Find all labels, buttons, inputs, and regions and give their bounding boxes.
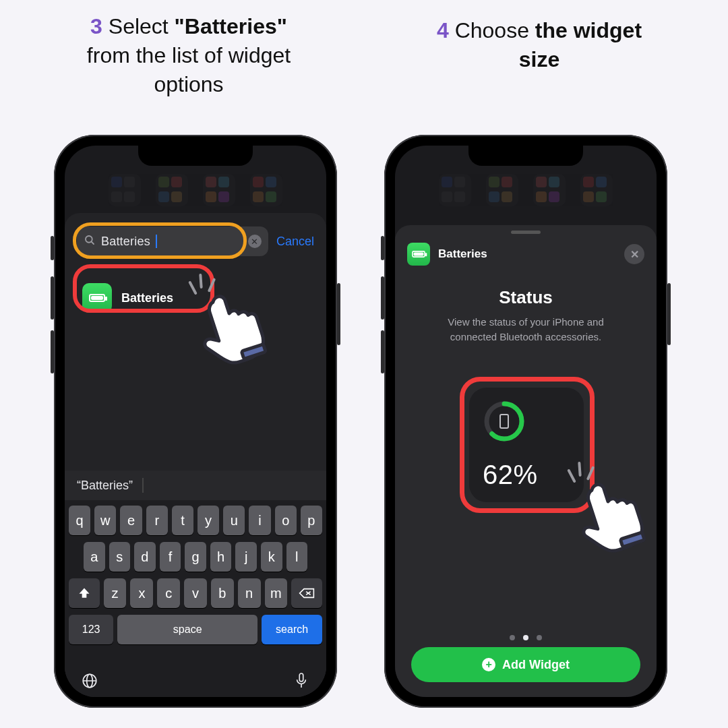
home-screen-icons [65, 174, 326, 214]
search-input[interactable]: Batteries ✕ [77, 226, 268, 256]
text-caret [156, 235, 157, 248]
sheet-grabber[interactable] [511, 231, 541, 234]
search-result-batteries[interactable]: Batteries [77, 276, 314, 320]
page-dot[interactable] [523, 635, 528, 640]
cancel-button[interactable]: Cancel [276, 235, 314, 249]
space-key[interactable]: space [117, 615, 257, 644]
key-p[interactable]: p [301, 506, 322, 535]
key-f[interactable]: f [160, 542, 181, 572]
battery-percent: 62% [483, 460, 538, 490]
backspace-key[interactable] [291, 578, 322, 608]
page-dot[interactable] [510, 635, 515, 640]
key-l[interactable]: l [286, 542, 308, 572]
widget-title: Status [395, 287, 657, 308]
key-q[interactable]: q [69, 506, 90, 535]
key-n[interactable]: n [238, 578, 261, 608]
key-d[interactable]: d [134, 542, 156, 572]
widget-search-sheet: Batteries ✕ Cancel Batteries [65, 213, 326, 697]
key-v[interactable]: v [184, 578, 207, 608]
quicktype-suggestion[interactable]: “Batteries” [77, 479, 133, 493]
step-number: 3 [90, 14, 102, 38]
key-k[interactable]: k [261, 542, 282, 572]
key-i[interactable]: i [249, 506, 270, 535]
key-s[interactable]: s [109, 542, 131, 572]
key-z[interactable]: z [104, 578, 127, 608]
result-label: Batteries [121, 291, 173, 305]
step-4-caption: 4 Choose the widget size [384, 16, 694, 74]
search-key[interactable]: search [262, 615, 322, 644]
phone-notch [468, 146, 583, 166]
key-b[interactable]: b [211, 578, 234, 608]
search-text: Batteries [101, 235, 150, 249]
svg-rect-12 [620, 532, 644, 547]
device-icon [499, 414, 509, 429]
phone-screen: Batteries ✕ Status View the status of yo… [395, 146, 657, 697]
page-dots[interactable] [395, 635, 657, 640]
battery-ring [483, 400, 526, 443]
shift-key[interactable] [69, 578, 100, 608]
battery-icon [407, 243, 430, 266]
key-y[interactable]: y [198, 506, 219, 535]
page-dot[interactable] [537, 635, 542, 640]
add-widget-button[interactable]: + Add Widget [411, 647, 640, 682]
key-t[interactable]: t [172, 506, 193, 535]
dictation-key[interactable] [291, 671, 311, 691]
step-3-caption: 3 Select "Batteries" from the list of wi… [40, 12, 337, 100]
key-j[interactable]: j [235, 542, 257, 572]
key-m[interactable]: m [265, 578, 288, 608]
clear-search-button[interactable]: ✕ [248, 235, 262, 248]
quicktype-bar[interactable]: “Batteries” [65, 471, 326, 500]
key-r[interactable]: r [146, 506, 168, 535]
key-g[interactable]: g [185, 542, 206, 572]
plus-icon: + [482, 658, 495, 671]
phone-step-3: Batteries ✕ Cancel Batteries [54, 135, 337, 708]
keyboard: qwertyuiop asdfghjkl zxcvbnm 123 space s… [65, 500, 326, 697]
numbers-key[interactable]: 123 [69, 615, 113, 644]
key-x[interactable]: x [130, 578, 153, 608]
key-h[interactable]: h [210, 542, 232, 572]
svg-line-1 [91, 241, 94, 244]
widget-size-small[interactable]: 62% [469, 388, 584, 502]
home-screen-icons [395, 174, 657, 214]
close-button[interactable]: ✕ [624, 244, 644, 264]
step-number: 4 [437, 18, 449, 42]
widget-gallery-sheet: Batteries ✕ Status View the status of yo… [395, 225, 657, 697]
key-u[interactable]: u [223, 506, 245, 535]
key-c[interactable]: c [157, 578, 180, 608]
key-o[interactable]: o [275, 506, 297, 535]
sheet-title: Batteries [438, 247, 487, 261]
key-w[interactable]: w [94, 506, 116, 535]
svg-rect-8 [299, 673, 303, 681]
phone-step-4: Batteries ✕ Status View the status of yo… [384, 135, 667, 708]
widget-description: View the status of your iPhone and conne… [418, 315, 634, 344]
add-widget-label: Add Widget [502, 658, 570, 672]
search-icon [84, 234, 96, 249]
globe-key[interactable] [80, 671, 100, 691]
phone-screen: Batteries ✕ Cancel Batteries [65, 146, 326, 697]
svg-rect-2 [241, 344, 266, 359]
key-e[interactable]: e [120, 506, 142, 535]
key-a[interactable]: a [84, 542, 105, 572]
battery-icon [82, 283, 112, 313]
phone-notch [138, 146, 253, 166]
